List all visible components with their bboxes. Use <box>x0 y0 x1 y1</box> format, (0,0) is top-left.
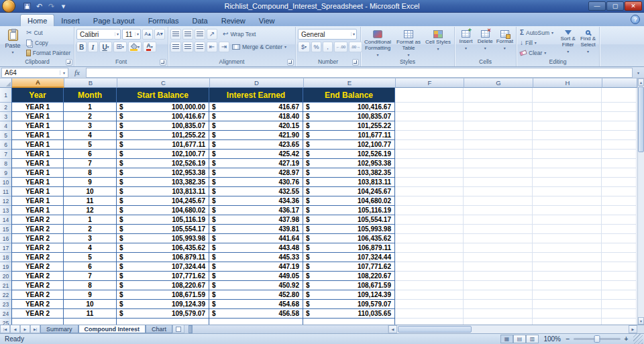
scroll-up-button[interactable]: ▲ <box>638 78 644 86</box>
cell-D17[interactable]: $443.48 <box>209 243 303 253</box>
expand-formula-bar-button[interactable]: ▾ <box>634 70 643 75</box>
cell-partial17[interactable] <box>602 243 637 253</box>
cell-D6[interactable]: $423.65 <box>209 140 303 150</box>
cell-E8[interactable]: $102,953.38 <box>303 159 395 168</box>
font-name-select[interactable]: Calibri ▾ <box>76 29 121 40</box>
cell-A11[interactable]: YEAR 1 <box>11 187 64 196</box>
cell-H11[interactable] <box>533 187 602 196</box>
tab-split-handle[interactable] <box>189 325 193 333</box>
cell-B7[interactable]: 6 <box>64 150 117 159</box>
scroll-left-button[interactable]: ◀ <box>388 325 397 333</box>
cell-E7[interactable]: $102,526.19 <box>303 150 395 159</box>
cell-E13[interactable]: $105,116.19 <box>303 206 395 215</box>
cell-D5[interactable]: $421.90 <box>209 131 303 140</box>
cell-G13[interactable] <box>464 206 533 215</box>
cell-E10[interactable]: $103,813.11 <box>303 178 395 187</box>
previous-sheet-button[interactable]: ◀ <box>10 325 20 333</box>
cell-B8[interactable]: 7 <box>64 159 117 168</box>
cell-partial11[interactable] <box>602 187 637 196</box>
clipboard-dialog-launcher[interactable] <box>66 59 72 66</box>
cell-D1[interactable]: Interest Earned <box>209 88 303 103</box>
cell-F17[interactable] <box>395 243 464 253</box>
close-button[interactable]: ✕ <box>625 1 642 11</box>
column-header-D[interactable]: D <box>210 78 304 88</box>
cell-C4[interactable]: $100,835.07 <box>117 121 209 131</box>
align-center-button[interactable] <box>182 42 193 52</box>
format-cells-button[interactable]: Format ▾ <box>496 28 514 58</box>
row-header-22[interactable]: 22 <box>0 290 12 300</box>
cell-C23[interactable]: $109,124.39 <box>117 300 209 309</box>
cell-H4[interactable] <box>533 121 602 131</box>
cell-E25[interactable] <box>303 319 395 325</box>
cell-C24[interactable]: $109,579.07 <box>117 309 209 319</box>
zoom-in-button[interactable]: + <box>623 336 630 343</box>
alignment-dialog-launcher[interactable] <box>287 59 294 66</box>
cell-G15[interactable] <box>464 225 533 234</box>
cell-partial16[interactable] <box>602 234 637 243</box>
save-button[interactable] <box>22 1 32 11</box>
cell-G21[interactable] <box>464 281 533 290</box>
cell-partial2[interactable] <box>602 103 637 112</box>
font-color-button[interactable]: A▾ <box>143 42 156 52</box>
cell-B4[interactable]: 3 <box>64 121 117 131</box>
cell-B15[interactable]: 2 <box>64 225 117 234</box>
cell-H25[interactable] <box>533 319 602 325</box>
row-header-24[interactable]: 24 <box>0 309 12 319</box>
cell-partial4[interactable] <box>602 121 637 131</box>
font-dialog-launcher[interactable] <box>160 59 166 66</box>
row-header-14[interactable]: 14 <box>0 215 12 225</box>
cell-B16[interactable]: 3 <box>64 234 117 243</box>
cell-partial14[interactable] <box>602 215 637 225</box>
cut-button[interactable]: ✂ Cut <box>25 28 72 38</box>
cell-A3[interactable]: YEAR 1 <box>11 112 64 121</box>
fill-button[interactable]: ↓ Fill ▾ <box>519 38 557 48</box>
cell-A19[interactable]: YEAR 2 <box>11 262 64 272</box>
cell-C25[interactable] <box>117 319 209 325</box>
cell-E3[interactable]: $100,835.07 <box>303 112 395 121</box>
cell-partial24[interactable] <box>602 309 637 319</box>
cell-E19[interactable]: $107,771.62 <box>303 262 395 272</box>
vertical-scrollbar-track[interactable] <box>638 153 644 317</box>
cell-B1[interactable]: Month <box>64 88 117 103</box>
scroll-right-button[interactable]: ▶ <box>629 325 637 333</box>
cell-E5[interactable]: $101,677.11 <box>303 131 395 140</box>
cell-A15[interactable]: YEAR 2 <box>11 225 64 234</box>
cell-F18[interactable] <box>395 253 464 262</box>
cell-B9[interactable]: 8 <box>64 168 117 178</box>
cell-H2[interactable] <box>533 103 602 112</box>
cell-F21[interactable] <box>395 281 464 290</box>
cell-F9[interactable] <box>395 168 464 178</box>
cell-A23[interactable]: YEAR 2 <box>11 300 64 309</box>
cell-C6[interactable]: $101,677.11 <box>117 140 209 150</box>
sheet-tab-summary[interactable]: Summary <box>40 325 78 333</box>
cell-E12[interactable]: $104,680.02 <box>303 196 395 206</box>
row-header-8[interactable]: 8 <box>0 159 12 168</box>
cell-E18[interactable]: $107,324.44 <box>303 253 395 262</box>
cell-G7[interactable] <box>464 150 533 159</box>
cell-F24[interactable] <box>395 309 464 319</box>
accounting-format-button[interactable]: $▾ <box>298 42 310 52</box>
italic-button[interactable]: I <box>88 42 98 52</box>
row-header-9[interactable]: 9 <box>0 168 12 178</box>
zoom-out-button[interactable]: − <box>564 336 572 343</box>
cell-D12[interactable]: $434.36 <box>209 196 303 206</box>
cell-F6[interactable] <box>395 140 464 150</box>
cell-D10[interactable]: $430.76 <box>209 178 303 187</box>
cell-E17[interactable]: $106,879.11 <box>303 243 395 253</box>
cell-H12[interactable] <box>533 196 602 206</box>
cell-E14[interactable]: $105,554.17 <box>303 215 395 225</box>
cell-D3[interactable]: $418.40 <box>209 112 303 121</box>
cell-B20[interactable]: 7 <box>64 272 117 281</box>
row-header-7[interactable]: 7 <box>0 150 12 159</box>
cell-D14[interactable]: $437.98 <box>209 215 303 225</box>
cell-D21[interactable]: $450.92 <box>209 281 303 290</box>
cell-C3[interactable]: $100,416.67 <box>117 112 209 121</box>
help-button[interactable]: ? <box>631 15 640 24</box>
cell-partial25[interactable] <box>602 319 637 325</box>
cell-F14[interactable] <box>395 215 464 225</box>
qat-customize-button[interactable]: ▾ <box>58 1 68 11</box>
cell-E21[interactable]: $108,671.59 <box>303 281 395 290</box>
cell-C20[interactable]: $107,771.62 <box>117 272 209 281</box>
cell-D25[interactable] <box>209 319 303 325</box>
cell-G19[interactable] <box>464 262 533 272</box>
